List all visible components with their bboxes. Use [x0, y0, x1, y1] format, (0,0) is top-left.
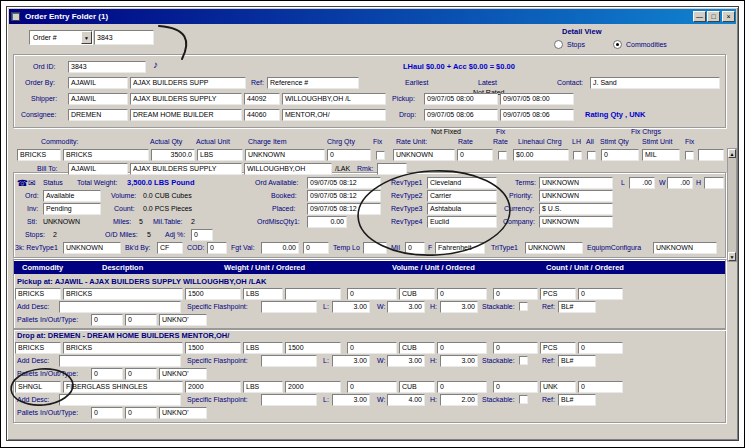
pallets-out-field[interactable]: 0 [125, 407, 157, 419]
line-desc-field[interactable]: BRICKS [63, 342, 183, 354]
pickup-earliest-field[interactable]: 09/07/05 08:00 [424, 93, 498, 105]
stops-radio[interactable] [554, 40, 563, 49]
line-count-ordered-field[interactable]: 0 [578, 381, 623, 393]
line-desc-field[interactable]: BRICKS [63, 288, 183, 300]
line-volume-ordered-field[interactable]: 0 [437, 288, 487, 300]
rmk-field[interactable] [377, 163, 407, 175]
ord-misc-field[interactable]: 0.00 [307, 216, 347, 228]
line-count-field[interactable]: 0 [493, 342, 538, 354]
line-weight-field[interactable]: 1500 [185, 288, 241, 300]
line-count-unit-field[interactable]: PCS [540, 288, 576, 300]
pallets-type-field[interactable]: UNKNO' [159, 407, 207, 419]
consignee-code-field[interactable]: DREMEN [68, 109, 128, 121]
adj-field[interactable]: 0 [191, 229, 213, 241]
pallets-type-field[interactable]: UNKNO' [159, 368, 207, 380]
ref-field[interactable]: BL# [558, 301, 596, 313]
line-count-ordered-field[interactable]: 0 [578, 342, 623, 354]
drop-earliest-field[interactable]: 09/07/05 08:06 [424, 109, 498, 121]
revtype1-field[interactable]: Cleveland [427, 177, 497, 189]
scroll-down-icon[interactable]: ▼ [728, 252, 736, 261]
chrg-qty-field[interactable]: 0 [327, 149, 371, 161]
line-code-field[interactable]: BRICKS [15, 342, 61, 354]
order-by-name-field[interactable]: AJAX BUILDERS SUPP [130, 77, 246, 89]
dim-l-field[interactable]: 3.00 [332, 394, 370, 406]
order-by-code-field[interactable]: AJAWIL [68, 77, 128, 89]
company-field[interactable]: UNKNOWN [539, 216, 613, 228]
booked-field[interactable]: 09/07/05 08:12 [307, 190, 381, 202]
all-checkbox[interactable] [587, 151, 596, 160]
ord-id-field[interactable]: 3843 [68, 61, 146, 73]
commodity-desc-field[interactable]: BRICKS [63, 149, 149, 161]
bill-to-code-field[interactable]: AJAWIL [68, 163, 128, 175]
scroll-up-icon[interactable]: ▲ [728, 149, 736, 158]
dim-l-field[interactable]: .00 [629, 177, 655, 189]
shipper-city-field[interactable]: WILLOUGHBY,OH /L [282, 93, 386, 105]
cod-field[interactable]: 0 [207, 242, 227, 254]
line-volume-unit-field[interactable]: CUB [399, 342, 435, 354]
stlmt-unit-field[interactable]: MIL [642, 149, 680, 161]
line-volume-field[interactable]: 0 [347, 288, 397, 300]
bill-to-name-field[interactable]: AJAX BUILDERS SUPPLY [130, 163, 242, 175]
line-weight-field[interactable]: 2000 [185, 381, 241, 393]
fix-stlmt-checkbox[interactable] [685, 151, 694, 160]
misc-field[interactable]: 0 [303, 242, 329, 254]
shipper-name-field[interactable]: AJAX BUILDERS SUPPLY [130, 93, 242, 105]
ref-field[interactable]: Reference # [267, 77, 359, 89]
dim-h-field[interactable]: 2.00 [440, 394, 478, 406]
pallets-out-field[interactable]: 0 [125, 368, 157, 380]
line-weight-ordered-field[interactable] [285, 288, 341, 300]
vertical-scrollbar[interactable]: ▲ ▼ [727, 148, 737, 262]
revtype4-field[interactable]: Euclid [427, 216, 497, 228]
line-count-unit-field[interactable]: PCS [540, 342, 576, 354]
dim-w-field[interactable]: 4.00 [387, 394, 425, 406]
currency-field[interactable]: $ U.S. [539, 203, 613, 215]
flashpoint-field[interactable] [261, 301, 317, 313]
terms-field[interactable]: UNKNOWN [539, 177, 613, 189]
line-count-field[interactable]: 0 [493, 381, 538, 393]
dim-w-field[interactable]: 3.00 [387, 301, 425, 313]
mail-icon[interactable]: ✉ [28, 178, 36, 188]
bill-to-city-field[interactable]: WILLOUGHBY,OH [244, 163, 332, 175]
line-count-unit-field[interactable]: UNK [540, 381, 576, 393]
inv-field[interactable]: Pending [43, 203, 101, 215]
flashpoint-field[interactable] [261, 355, 317, 367]
actual-qty-field[interactable]: 3500.0 [151, 149, 195, 161]
stackable-checkbox[interactable] [519, 395, 528, 404]
dim-h-field[interactable]: 3.00 [440, 355, 478, 367]
phone-icon[interactable]: ☎ [17, 178, 28, 188]
ref-field[interactable]: BL# [558, 394, 596, 406]
dim-h-field[interactable] [704, 177, 724, 189]
revtype2-field[interactable]: Carrier [427, 190, 497, 202]
stackable-checkbox[interactable] [519, 356, 528, 365]
actual-unit-field[interactable]: LBS [197, 149, 243, 161]
order-type-combobox[interactable]: Order # ▼ [29, 30, 93, 45]
line-weight-unit-field[interactable]: LBS [243, 342, 283, 354]
shipper-zip-field[interactable]: 44092 [244, 93, 280, 105]
drop-latest-field[interactable]: 09/07/05 08:06 [500, 109, 574, 121]
title-bar[interactable]: Order Entry Folder (1) [9, 9, 736, 24]
chevron-down-icon[interactable]: ▼ [81, 31, 92, 44]
fahrenheit-field[interactable]: Fahrenheit [435, 242, 485, 254]
line-code-field[interactable]: BRICKS [15, 288, 61, 300]
line-volume-ordered-field[interactable]: 0 [437, 381, 487, 393]
line-volume-field[interactable]: 0 [347, 342, 397, 354]
ord-available-field[interactable]: 09/07/05 08:12 [307, 177, 381, 189]
consignee-zip-field[interactable]: 44060 [244, 109, 280, 121]
fix-rate-checkbox[interactable] [498, 151, 507, 160]
line-volume-field[interactable]: 0 [347, 381, 397, 393]
revtype3-field[interactable]: Ashtabula [427, 203, 497, 215]
dim-l-field[interactable]: 3.00 [332, 301, 370, 313]
charge-item-field[interactable]: UNKNOWN [245, 149, 325, 161]
minimize-button[interactable]: — [693, 11, 706, 22]
k3-revtype1-field[interactable]: UNKNOWN [63, 242, 121, 254]
add-desc-field[interactable] [59, 394, 181, 406]
stlmt-qty-field[interactable]: 0 [601, 149, 639, 161]
maximize-button[interactable]: □ [707, 11, 720, 22]
line-code-field[interactable]: SHNGL [15, 381, 61, 393]
linehaul-chrg-field[interactable]: $0.00 [513, 149, 569, 161]
line-weight-ordered-field[interactable]: 2000 [285, 381, 341, 393]
add-desc-field[interactable] [59, 355, 181, 367]
lh-checkbox[interactable] [573, 151, 582, 160]
pallets-type-field[interactable]: UNKNO' [159, 314, 207, 326]
line-weight-unit-field[interactable]: LBS [243, 381, 283, 393]
